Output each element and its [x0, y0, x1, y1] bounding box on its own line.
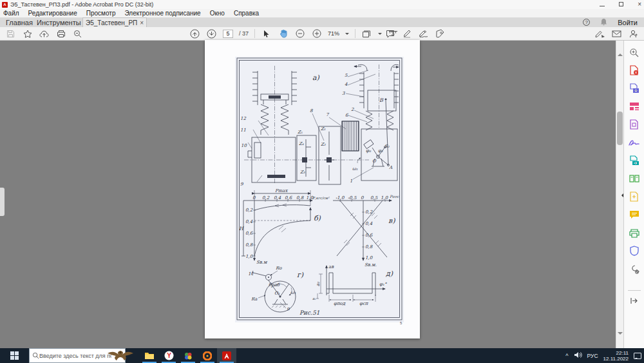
sign-in-button[interactable]: Войти [618, 19, 638, 26]
restore-button[interactable] [619, 1, 623, 8]
tick-label: 0,4 [245, 219, 253, 224]
stamp-icon[interactable] [435, 28, 446, 39]
tab-close-icon[interactable]: × [140, 19, 144, 26]
fit-page-icon[interactable] [361, 28, 372, 39]
callout-12: 12 [240, 116, 246, 121]
select-tool-icon[interactable] [261, 28, 272, 39]
scroll-up-arrow[interactable] [618, 43, 623, 54]
share-pen-icon[interactable] [594, 28, 605, 39]
fig-gear-z1: Z₁ [321, 126, 326, 132]
combine-files-icon[interactable] [629, 119, 640, 130]
tab-bar: Главная Инструменты Э5_Тастевен_РПЗ... ×… [0, 17, 644, 27]
tick-label: -1,0 [336, 195, 345, 201]
scroll-down-arrow[interactable] [618, 335, 623, 346]
callout-4: 4 [345, 82, 348, 87]
menu-edit[interactable]: Редактирование [28, 10, 77, 17]
zoom-level-value[interactable]: 71% [328, 30, 339, 37]
more-tools-icon[interactable] [629, 263, 640, 275]
callout-6: 6 [345, 113, 348, 118]
search-icon[interactable] [72, 28, 83, 39]
scan-ocr-icon[interactable] [629, 227, 640, 239]
search-tool-icon[interactable] [629, 46, 640, 58]
mech-g-label: г) [297, 271, 304, 279]
toolbar: / 37 71% [0, 27, 644, 41]
diag-d-label: д) [386, 270, 393, 278]
page-down-icon[interactable] [206, 28, 217, 39]
menu-file[interactable]: Файл [3, 10, 19, 17]
tab-document-label: Э5_Тастевен_РПЗ... [86, 19, 137, 26]
sign-icon[interactable] [418, 28, 429, 39]
sidebar-divider [628, 290, 641, 291]
volume-icon[interactable] [574, 351, 582, 360]
plot-v-label: в) [388, 217, 395, 225]
share-people-icon[interactable] [628, 28, 639, 39]
taskbar-search-input[interactable] [39, 353, 111, 359]
figure-ris51: а) 12 11 10 9 8 7 5 4 3 2 6 1 В Z₅ Z₄ Z₃… [235, 57, 404, 322]
hidden-icons-chevron[interactable]: ^ [565, 353, 568, 359]
tick-label: 1,0 [365, 255, 373, 260]
tick-label: 0,6 [365, 233, 373, 238]
taskbar-acrobat[interactable] [217, 348, 236, 363]
taskbar-search[interactable] [29, 348, 126, 363]
tick-label: 0,8 [296, 195, 304, 201]
system-tray: ^ РУС 22:11 12.11.2022 [565, 348, 641, 363]
help-icon[interactable]: ? [583, 19, 590, 26]
tab-document[interactable]: Э5_Тастевен_РПЗ... × [82, 17, 147, 27]
save-icon[interactable] [5, 28, 16, 39]
mech-g-link: 11 [248, 271, 254, 277]
scroll-thumb[interactable] [617, 112, 623, 145]
taskbar-app-orange[interactable] [198, 348, 217, 363]
create-pdf-icon[interactable] [629, 83, 640, 94]
callout-10: 10 [241, 143, 247, 148]
callout-2: 2 [351, 107, 354, 112]
clock[interactable]: 22:11 12.11.2022 [603, 350, 629, 362]
menu-window[interactable]: Окно [210, 10, 225, 17]
fig-crank-A: А [389, 165, 393, 170]
bell-icon[interactable] [600, 18, 607, 27]
protect-icon[interactable] [629, 245, 640, 257]
envelope-icon[interactable] [611, 28, 622, 39]
title-bar: A Э5_Тастевен_РПЗ.pdf - Adobe Acrobat Pr… [0, 0, 644, 9]
taskbar-yandex-browser[interactable]: Y [159, 348, 178, 363]
organize-pages-icon[interactable] [629, 173, 640, 184]
menu-view[interactable]: Просмотр [86, 10, 116, 17]
minimize-button[interactable] [600, 1, 605, 8]
zoom-dropdown-caret[interactable] [345, 33, 349, 37]
share-upload-icon[interactable] [39, 28, 50, 39]
taskbar-explorer[interactable] [140, 348, 159, 363]
request-signatures-icon[interactable] [629, 155, 640, 166]
notification-center-icon[interactable] [634, 353, 641, 359]
open-tools-panel-icon[interactable] [629, 295, 640, 306]
star-icon[interactable] [22, 28, 33, 39]
hand-tool-icon[interactable] [278, 28, 289, 39]
highlight-pencil-icon[interactable] [401, 28, 412, 39]
nav-pane-handle[interactable] [0, 188, 5, 216]
start-button[interactable] [0, 348, 29, 363]
menu-help[interactable]: Справка [234, 10, 259, 17]
taskbar-app-colorful[interactable] [178, 348, 198, 363]
menu-esign[interactable]: Электронное подписание [124, 10, 200, 17]
compress-pdf-icon[interactable] [629, 191, 640, 202]
mech-g-r-cam: Rа [251, 297, 258, 302]
page-total-label: / 37 [239, 30, 249, 37]
close-button[interactable]: × [638, 1, 641, 8]
tick-label: 0,5 [370, 195, 378, 201]
print-icon[interactable] [55, 28, 66, 39]
zoom-in-icon[interactable] [311, 28, 322, 39]
comment-icon[interactable] [384, 28, 395, 39]
zoom-out-icon[interactable] [294, 28, 305, 39]
language-indicator[interactable]: РУС [587, 353, 598, 359]
svg-text:Y: Y [167, 352, 171, 359]
edit-pdf-icon[interactable] [629, 101, 640, 112]
pdf-page: а) 12 11 10 9 8 7 5 4 3 2 6 1 В Z₅ Z₄ Z₃… [205, 40, 420, 338]
windows-taskbar: Y ^ РУС 22:11 12.11.2022 [0, 348, 644, 363]
fit-dropdown-caret[interactable] [378, 33, 382, 37]
comment-tool-icon[interactable] [629, 209, 640, 221]
tray-date: 12.11.2022 [603, 356, 629, 362]
page-number-input[interactable] [223, 30, 233, 38]
tab-tools[interactable]: Инструменты [37, 17, 81, 27]
page-up-icon[interactable] [189, 28, 200, 39]
fill-sign-icon[interactable] [629, 137, 640, 148]
tab-home[interactable]: Главная [6, 17, 33, 27]
export-pdf-icon[interactable] [629, 64, 640, 76]
